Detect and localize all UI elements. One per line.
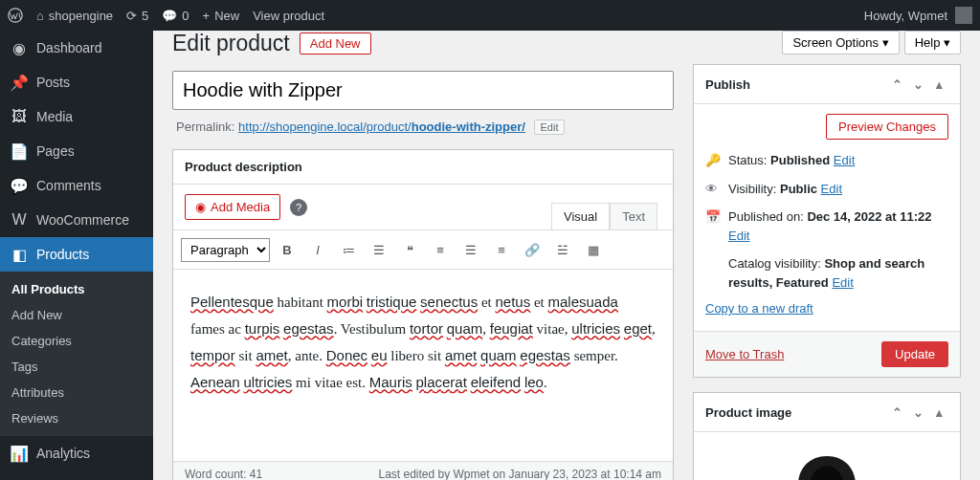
bullet-list-button[interactable]: ≔ — [335, 236, 362, 263]
comments-count: 0 — [182, 9, 189, 23]
submenu-categories[interactable]: Categories — [0, 328, 153, 354]
menu-products[interactable]: ◧Products — [0, 237, 153, 272]
format-select[interactable]: Paragraph — [181, 238, 270, 262]
howdy-text[interactable]: Howdy, Wpmet — [864, 9, 947, 23]
menu-analytics[interactable]: 📊Analytics — [0, 436, 153, 470]
menu-dashboard[interactable]: ◉Dashboard — [0, 31, 153, 65]
align-right-button[interactable]: ≡ — [488, 236, 515, 263]
bold-button[interactable]: B — [274, 236, 301, 263]
edit-catalog-link[interactable]: Edit — [832, 275, 853, 290]
site-link[interactable]: ⌂ shopengine — [36, 9, 113, 23]
pin-icon: 📌 — [10, 73, 29, 92]
update-button[interactable]: Update — [881, 341, 948, 367]
edit-visibility-link[interactable]: Edit — [821, 182, 842, 196]
copy-draft-link[interactable]: Copy to a new draft — [705, 301, 948, 316]
new-link[interactable]: + New — [203, 9, 240, 23]
home-icon: ⌂ — [36, 9, 44, 23]
align-center-button[interactable]: ☰ — [457, 236, 484, 263]
add-new-button[interactable]: Add New — [300, 33, 371, 55]
link-button[interactable]: 🔗 — [519, 236, 546, 263]
products-icon: ◧ — [10, 245, 29, 264]
toggle-panel-icon[interactable]: ▴ — [929, 403, 948, 422]
last-edited: Last edited by Wpmet on January 23, 2023… — [378, 468, 661, 480]
submenu-reviews[interactable]: Reviews — [0, 405, 153, 431]
updates-link[interactable]: ⟳ 5 — [126, 9, 148, 23]
media-icon: 🖼 — [10, 107, 29, 126]
quote-button[interactable]: ❝ — [396, 236, 423, 263]
visual-tab[interactable]: Visual — [551, 203, 610, 229]
woo-icon: W — [10, 210, 29, 229]
edit-date-link[interactable]: Edit — [728, 229, 749, 243]
word-count: Word count: 41 — [185, 468, 262, 480]
help-button[interactable]: Help ▾ — [904, 31, 961, 55]
description-heading: Product description — [173, 150, 673, 185]
comment-icon: 💬 — [162, 9, 177, 23]
comments-icon: 💬 — [10, 176, 29, 195]
publish-panel: Publish ⌃ ⌄ ▴ Preview Changes 🔑Status: P… — [693, 64, 961, 378]
menu-pages[interactable]: 📄Pages — [0, 134, 153, 168]
page-title: Edit product — [172, 31, 290, 56]
number-list-button[interactable]: ☰ — [366, 236, 392, 263]
toolbar-toggle-button[interactable]: ▦ — [580, 236, 607, 263]
eye-icon: 👁 — [705, 180, 721, 199]
dashboard-icon: ◉ — [10, 38, 29, 57]
refresh-icon: ⟳ — [126, 9, 137, 23]
comments-link[interactable]: 💬 0 — [162, 9, 189, 23]
edit-slug-button[interactable]: Edit — [534, 120, 566, 135]
updates-count: 5 — [142, 9, 148, 23]
permalink-row: Permalink: http://shopengine.local/produ… — [176, 120, 674, 135]
admin-sidebar: ◉Dashboard 📌Posts 🖼Media 📄Pages 💬Comment… — [0, 0, 153, 480]
media-icon: ◉ — [195, 200, 206, 214]
editor-content[interactable]: Pellentesque habitant morbi tristique se… — [173, 270, 673, 461]
avatar[interactable] — [955, 7, 972, 24]
menu-posts[interactable]: 📌Posts — [0, 65, 153, 99]
site-name: shopengine — [49, 9, 113, 23]
publish-heading: Publish — [705, 77, 750, 92]
submenu-tags[interactable]: Tags — [0, 354, 153, 380]
help-icon[interactable]: ? — [290, 199, 307, 216]
chevron-down-icon[interactable]: ⌄ — [908, 75, 927, 94]
products-submenu: All Products Add New Categories Tags Att… — [0, 272, 153, 436]
permalink-link[interactable]: http://shopengine.local/product/hoodie-w… — [238, 120, 525, 134]
screen-options-button[interactable]: Screen Options ▾ — [782, 31, 899, 55]
product-title-input[interactable] — [172, 71, 674, 110]
editor-toolbar: Paragraph B I ≔ ☰ ❝ ≡ ☰ ≡ 🔗 ☱ ▦ — [173, 229, 673, 270]
text-tab[interactable]: Text — [610, 203, 657, 229]
new-label: New — [214, 9, 239, 23]
submenu-add-new[interactable]: Add New — [0, 302, 153, 328]
chevron-down-icon[interactable]: ⌄ — [908, 403, 927, 422]
key-icon: 🔑 — [705, 151, 721, 170]
edit-status-link[interactable]: Edit — [834, 153, 855, 167]
page-icon: 📄 — [10, 142, 29, 161]
menu-marketing[interactable]: 📣Marketing — [0, 470, 153, 480]
calendar-icon: 📅 — [705, 207, 721, 227]
product-image[interactable] — [705, 442, 948, 480]
menu-woocommerce[interactable]: WWooCommerce — [0, 203, 153, 237]
product-image-heading: Product image — [705, 405, 791, 420]
preview-changes-button[interactable]: Preview Changes — [826, 114, 948, 140]
chevron-up-icon[interactable]: ⌃ — [887, 403, 906, 422]
analytics-icon: 📊 — [10, 444, 29, 463]
menu-comments[interactable]: 💬Comments — [0, 168, 153, 203]
admin-topbar: ⌂ shopengine ⟳ 5 💬 0 + New View product … — [0, 0, 980, 31]
menu-media[interactable]: 🖼Media — [0, 99, 153, 134]
align-left-button[interactable]: ≡ — [427, 236, 454, 263]
move-trash-link[interactable]: Move to Trash — [705, 347, 784, 361]
product-image-panel: Product image ⌃ ⌄ ▴ — [693, 392, 961, 480]
chevron-up-icon[interactable]: ⌃ — [887, 75, 906, 94]
toggle-panel-icon[interactable]: ▴ — [929, 75, 948, 94]
hoodie-icon — [750, 447, 903, 480]
plus-icon: + — [203, 9, 211, 23]
italic-button[interactable]: I — [304, 236, 331, 263]
view-product-link[interactable]: View product — [253, 9, 324, 23]
submenu-attributes[interactable]: Attributes — [0, 380, 153, 405]
submenu-all-products[interactable]: All Products — [0, 276, 153, 302]
add-media-button[interactable]: ◉ Add Media — [185, 194, 280, 220]
wp-logo[interactable] — [8, 8, 23, 23]
readmore-button[interactable]: ☱ — [549, 236, 576, 263]
description-box: Product description ◉ Add Media ? Visual… — [172, 149, 674, 480]
permalink-label: Permalink: — [176, 120, 234, 134]
